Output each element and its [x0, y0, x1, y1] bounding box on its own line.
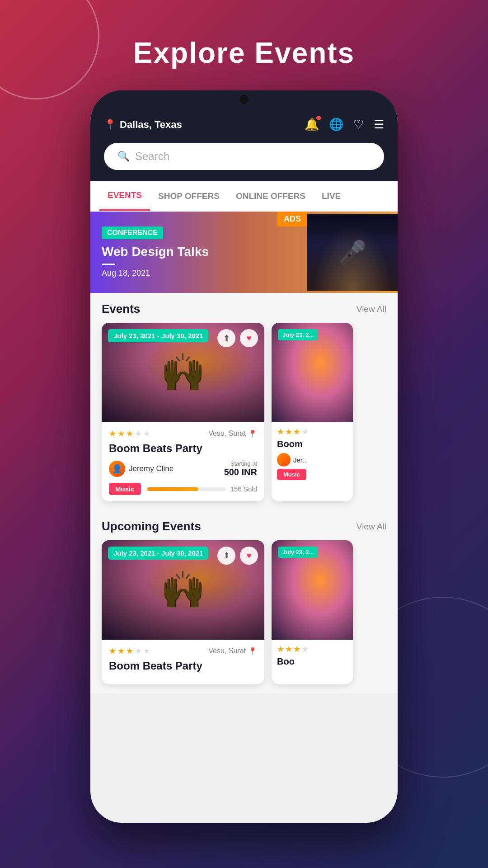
search-icon: 🔍	[117, 151, 130, 162]
upcoming-view-all[interactable]: View All	[357, 522, 386, 532]
event-card-1-price-group: Starting at 500 INR	[224, 460, 257, 477]
events-section-header: Events View All	[90, 293, 398, 323]
u2-star-1: ★	[277, 644, 284, 654]
event-card-1-stars: ★ ★ ★ ★ ★	[109, 429, 150, 439]
tab-shop-offers[interactable]: SHOP OFFERS	[150, 182, 228, 210]
favorite-button[interactable]: ♥	[240, 329, 258, 347]
event-card-2-organizer-row: Jer...	[277, 453, 347, 467]
star-1: ★	[109, 429, 116, 439]
location-marker-icon-2: 📍	[248, 647, 257, 656]
event-card-1-organizer: 👤 Jeremy Cline	[109, 461, 174, 477]
events-section: Events View All 🙌 July 23, 2021 - July 3…	[90, 293, 398, 510]
search-input-wrapper[interactable]: 🔍 Search	[104, 143, 384, 170]
location-pin-icon: 📍	[104, 119, 116, 131]
events-view-all[interactable]: View All	[357, 304, 386, 314]
banner-image: 🎤	[307, 214, 398, 291]
organizer-name-2: Jer...	[293, 456, 308, 464]
upcoming-location-text: Vesu, Surat	[208, 647, 246, 655]
u2-star-4: ★	[301, 644, 309, 654]
event-card-2-body: ★ ★ ★ ★ Boom Jer... Music	[272, 422, 353, 483]
event-card-1-footer-row: Music 156 Sold	[109, 483, 257, 495]
share-button[interactable]: ⬆	[217, 329, 235, 347]
upcoming-card-2-body: ★ ★ ★ ★ Boo	[272, 640, 353, 671]
heart-fill-icon: ♥	[247, 334, 252, 343]
upcoming-card-2-date: July 23, 2...	[278, 547, 318, 558]
banner-content: CONFERENCE Web Design Talks Aug 18, 2021	[90, 217, 307, 287]
heart-fill-icon-2: ♥	[247, 551, 252, 561]
tab-live[interactable]: LIVE	[314, 182, 349, 210]
event-card-1-price: 500 INR	[224, 467, 257, 477]
notification-icon[interactable]: 🔔	[305, 118, 319, 132]
search-placeholder: Search	[135, 150, 169, 163]
location-group: 📍 Dallas, Texas	[104, 119, 182, 131]
star-2: ★	[117, 429, 125, 439]
tab-online-offers[interactable]: ONLINE OFFERS	[228, 182, 314, 210]
upcoming-card-2-partial[interactable]: July 23, 2... ★ ★ ★ ★ Boo	[272, 540, 353, 684]
upcoming-card-1-body: ★ ★ ★ ★ ★ Vesu, Surat 📍 Boom Beat	[102, 640, 264, 684]
banner-date: Aug 18, 2021	[102, 269, 296, 278]
u-star-1: ★	[109, 646, 116, 656]
u-star-3: ★	[126, 646, 133, 656]
u-star-4: ★	[135, 646, 142, 656]
u-star-5: ★	[143, 646, 150, 656]
event-card-1-name: Boom Beats Party	[109, 442, 257, 455]
sold-bar-fill	[147, 487, 198, 491]
heart-icon[interactable]: ♡	[353, 118, 364, 132]
share-button-2[interactable]: ⬆	[217, 547, 235, 565]
share-icon-2: ⬆	[223, 551, 230, 561]
concert-silhouette: 🙌	[160, 351, 206, 394]
u2-star-3: ★	[293, 644, 300, 654]
events-section-title: Events	[102, 302, 140, 316]
event-card-1-image: 🙌 July 23, 2021 - July 30, 2021 ⬆ ♥	[102, 323, 264, 422]
event-card-1-rating-row: ★ ★ ★ ★ ★ Vesu, Surat 📍	[109, 429, 257, 439]
phone-frame: 📍 Dallas, Texas 🔔 🌐 ♡ ☰ 🔍 Search EVE	[90, 90, 398, 823]
organizer-name: Jeremy Cline	[129, 464, 174, 473]
banner-visual: 🎤	[307, 214, 398, 291]
upcoming-section: Upcoming Events View All 🙌 July 23, 2021…	[90, 510, 398, 693]
event-card-2-date-badge: July 23, 2...	[278, 329, 318, 340]
event-card-1-info-row: 👤 Jeremy Cline Starting at 500 INR	[109, 460, 257, 477]
p-star-2: ★	[285, 427, 292, 437]
banner-underline	[102, 264, 115, 265]
search-container: 🔍 Search	[90, 138, 398, 181]
favorite-button-2[interactable]: ♥	[240, 547, 258, 565]
banner-ads-badge: ADS	[277, 212, 307, 226]
star-4: ★	[135, 429, 142, 439]
upcoming-card-1-rating-row: ★ ★ ★ ★ ★ Vesu, Surat 📍	[109, 646, 257, 656]
globe-icon[interactable]: 🌐	[329, 118, 343, 132]
sold-bar-track	[147, 487, 226, 491]
organizer-avatar-2	[277, 453, 291, 467]
banner-title: Web Design Talks	[102, 244, 296, 260]
banner: CONFERENCE Web Design Talks Aug 18, 2021…	[90, 212, 398, 293]
upcoming-card-1-image: 🙌 July 23, 2021 - July 30, 2021 ⬆ ♥	[102, 540, 264, 640]
upcoming-card-2-stars: ★ ★ ★ ★	[277, 644, 347, 654]
tab-events[interactable]: EVENTS	[99, 181, 150, 211]
star-3: ★	[126, 429, 133, 439]
upcoming-card-1-actions: ⬆ ♥	[217, 547, 258, 565]
phone-screen: 📍 Dallas, Texas 🔔 🌐 ♡ ☰ 🔍 Search EVE	[90, 108, 398, 823]
event-card-1[interactable]: 🙌 July 23, 2021 - July 30, 2021 ⬆ ♥	[102, 323, 264, 501]
upcoming-section-title: Upcoming Events	[102, 519, 201, 533]
event-card-2-category: Music	[277, 469, 306, 480]
upcoming-card-1[interactable]: 🙌 July 23, 2021 - July 30, 2021 ⬆ ♥	[102, 540, 264, 684]
location-marker-icon: 📍	[248, 429, 257, 438]
header-icons: 🔔 🌐 ♡ ☰	[305, 118, 384, 132]
upcoming-card-1-location: Vesu, Surat 📍	[208, 647, 257, 656]
menu-icon[interactable]: ☰	[374, 118, 384, 132]
sold-bar-group: 156 Sold	[147, 485, 257, 493]
upcoming-card-2-name: Boo	[277, 656, 347, 667]
page-title: Explore Events	[0, 36, 488, 70]
u-star-2: ★	[117, 646, 125, 656]
camera-notch	[239, 95, 249, 104]
upcoming-section-header: Upcoming Events View All	[90, 510, 398, 540]
notification-badge	[316, 116, 321, 120]
event-card-2-partial[interactable]: July 23, 2... ★ ★ ★ ★ Boom Jer...	[272, 323, 353, 501]
organizer-avatar: 👤	[109, 461, 125, 477]
upcoming-card-1-date-badge: July 23, 2021 - July 30, 2021	[108, 547, 208, 560]
p-star-1: ★	[277, 427, 284, 437]
p-star-3: ★	[293, 427, 300, 437]
upcoming-card-1-name: Boom Beats Party	[109, 660, 257, 672]
starting-at-label: Starting at	[224, 460, 257, 467]
star-5: ★	[143, 429, 150, 439]
phone-notch	[90, 90, 398, 108]
